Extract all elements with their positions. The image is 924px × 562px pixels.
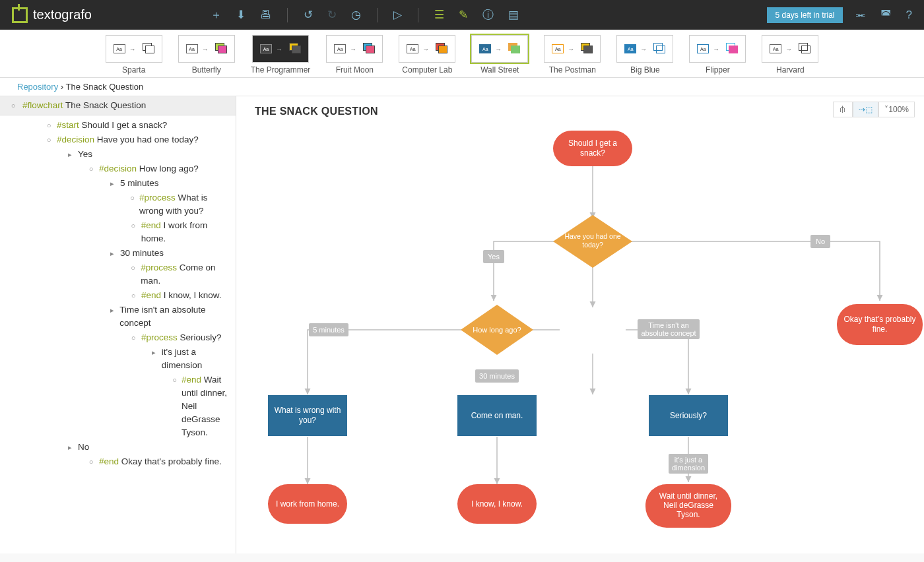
account-icon[interactable]: ◚ — [880, 8, 892, 22]
topbar: textografo ＋ ⬇ 🖶 ↺ ↻ ◷ ▷ ☰ ✎ ⓘ ▤ 5 days … — [0, 0, 924, 30]
toolbar-file: ＋ ⬇ 🖶 ↺ ↻ ◷ ▷ ☰ ✎ ⓘ ▤ — [211, 7, 519, 22]
new-icon[interactable]: ＋ — [211, 7, 222, 22]
theme-postman[interactable]: Aa→The Postman — [544, 35, 601, 75]
tree-row[interactable]: ○#process Seriously? — [4, 330, 232, 345]
tree-row[interactable]: ○#end I work from home. — [4, 218, 232, 246]
svg-text:Wait until dinner,: Wait until dinner, — [659, 491, 717, 501]
toolbar-right: ⫘ ◚ ? — [855, 8, 912, 22]
tree-row[interactable]: ▸it's just a dimension — [4, 345, 232, 373]
svg-text:Time isn't an: Time isn't an — [648, 321, 689, 329]
theme-computerlab[interactable]: Aa→Computer Lab — [399, 35, 455, 75]
theme-programmer[interactable]: Aa→The Programmer — [251, 35, 311, 75]
share-icon[interactable]: ⫘ — [855, 9, 866, 22]
crumb-repository[interactable]: Repository — [17, 82, 58, 92]
svg-text:What is wrong with: What is wrong with — [275, 406, 341, 415]
view-controls: ⫛ ⇢⬚ ˅ 100% — [833, 102, 915, 117]
svg-text:30 minutes: 30 minutes — [479, 372, 515, 380]
tree-row[interactable]: ▸Yes — [4, 147, 232, 162]
canvas[interactable]: THE SNACK QUESTION ⫛ ⇢⬚ ˅ 100% Should I … — [236, 96, 924, 553]
logo-icon — [12, 7, 28, 23]
theme-fruitmoon[interactable]: Aa→Fruit Moon — [326, 35, 383, 75]
theme-butterfly[interactable]: Aa→Butterfly — [178, 35, 235, 75]
tree-row[interactable]: ○#decision How long ago? — [4, 162, 232, 176]
svg-text:snack?: snack? — [580, 148, 605, 158]
comment-icon[interactable]: ▤ — [508, 8, 519, 22]
svg-text:I know, I know.: I know, I know. — [471, 499, 523, 509]
diagram-title: THE SNACK QUESTION — [255, 106, 378, 117]
svg-text:Have you had one: Have you had one — [564, 232, 620, 240]
svg-text:Yes: Yes — [488, 253, 500, 261]
theme-flipper[interactable]: Aa→Flipper — [689, 35, 746, 75]
svg-text:I work from home.: I work from home. — [276, 499, 339, 509]
svg-text:Okay that's probably: Okay that's probably — [843, 315, 915, 324]
tree-row[interactable]: ▸No — [4, 440, 232, 454]
info-icon[interactable]: ⓘ — [482, 7, 494, 22]
download-icon[interactable]: ⬇ — [236, 8, 246, 22]
svg-text:Should I get a: Should I get a — [568, 139, 617, 148]
highlighter-icon[interactable]: ✎ — [459, 8, 468, 22]
svg-text:today?: today? — [582, 241, 603, 249]
swimlane-toggle[interactable]: ⫛ — [833, 102, 853, 117]
svg-text:Tyson.: Tyson. — [676, 510, 700, 519]
svg-text:absolute concept: absolute concept — [641, 329, 696, 337]
trial-badge[interactable]: 5 days left in trial — [767, 7, 842, 23]
svg-text:5 minutes: 5 minutes — [313, 326, 345, 334]
svg-text:Seriously?: Seriously? — [670, 411, 707, 420]
svg-text:Come on man.: Come on man. — [471, 411, 523, 420]
help-icon[interactable]: ? — [906, 9, 912, 22]
crumb-doc: The Snack Question — [65, 82, 143, 92]
tree-panel[interactable]: ○ #flowchart The Snack Question ○#start … — [0, 96, 236, 553]
app-name: textografo — [33, 7, 92, 22]
theme-wallstreet[interactable]: Aa→Wall Street — [471, 35, 528, 75]
tree-row[interactable]: ▸Time isn't an absolute concept — [4, 303, 232, 330]
svg-text:you?: you? — [299, 416, 316, 425]
svg-text:dimension: dimension — [672, 464, 705, 472]
theme-bar: Aa→Sparta Aa→Butterfly Aa→The Programmer… — [0, 30, 924, 78]
tree-body: ○#start Should I get a snack?○#decision … — [0, 115, 236, 476]
tree-row[interactable]: ○#process Come on man. — [4, 261, 232, 288]
main: ○ #flowchart The Snack Question ○#start … — [0, 96, 924, 553]
theme-sparta[interactable]: Aa→Sparta — [106, 35, 162, 75]
redo-icon[interactable]: ↻ — [327, 8, 337, 22]
theme-bigblue[interactable]: Aa→Big Blue — [616, 35, 673, 75]
tree-row[interactable]: ○#process What is wrong with you? — [4, 191, 232, 218]
tree-row[interactable]: ○#end Okay that's probably fine. — [4, 454, 232, 469]
play-icon[interactable]: ▷ — [393, 8, 402, 22]
history-icon[interactable]: ◷ — [351, 8, 361, 22]
logo[interactable]: textografo — [12, 7, 92, 23]
svg-text:No: No — [816, 237, 825, 245]
svg-text:Neil deGrasse: Neil deGrasse — [663, 501, 713, 510]
tree-row[interactable]: ○#end Wait until dinner, Neil deGrasse T… — [4, 373, 232, 440]
tree-root[interactable]: ○ #flowchart The Snack Question — [0, 96, 236, 115]
theme-harvard[interactable]: Aa→Harvard — [762, 35, 818, 75]
tree-row[interactable]: ▸5 minutes — [4, 176, 232, 191]
flowchart-svg: Should I get a snack? Have you had one t… — [236, 123, 924, 553]
breadcrumb: Repository › The Snack Question — [0, 78, 924, 96]
flow-toggle[interactable]: ⇢⬚ — [853, 102, 878, 117]
svg-text:fine.: fine. — [873, 325, 888, 334]
tree-row[interactable]: ▸30 minutes — [4, 246, 232, 261]
tree-row[interactable]: ○#decision Have you had one today? — [4, 133, 232, 147]
undo-icon[interactable]: ↺ — [304, 8, 313, 22]
svg-text:it's just a: it's just a — [675, 456, 703, 464]
svg-text:How long ago?: How long ago? — [473, 326, 521, 334]
tree-row[interactable]: ○#end I know, I know. — [4, 288, 232, 303]
tree-row[interactable]: ○#start Should I get a snack? — [4, 118, 232, 133]
print-icon[interactable]: 🖶 — [260, 9, 271, 22]
list-icon[interactable]: ☰ — [434, 8, 444, 22]
zoom-select[interactable]: ˅ 100% — [878, 102, 915, 117]
